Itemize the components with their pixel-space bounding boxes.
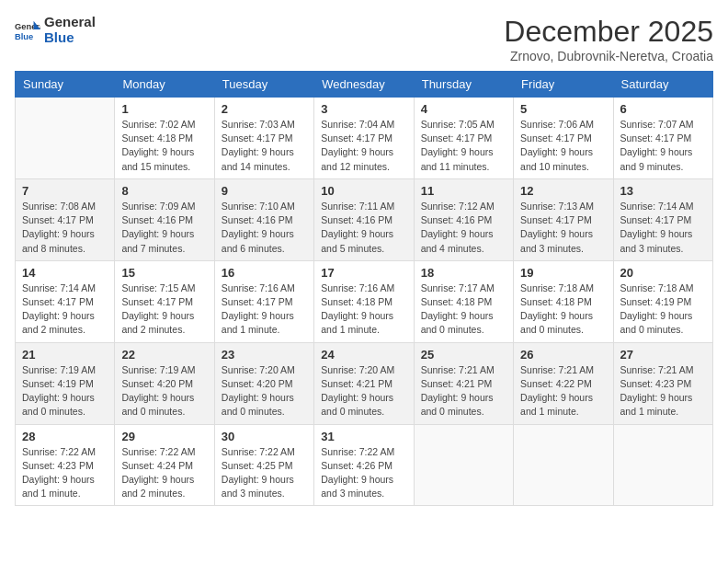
svg-text:Blue: Blue <box>15 32 33 41</box>
calendar-cell: 14Sunrise: 7:14 AMSunset: 4:17 PMDayligh… <box>16 260 115 342</box>
weekday-wednesday: Wednesday <box>314 72 414 98</box>
day-info: Sunrise: 7:19 AMSunset: 4:19 PMDaylight:… <box>22 363 108 419</box>
calendar-cell: 12Sunrise: 7:13 AMSunset: 4:17 PMDayligh… <box>514 178 613 260</box>
calendar-cell <box>16 98 115 179</box>
day-number: 17 <box>321 266 406 280</box>
day-number: 26 <box>520 348 606 362</box>
logo-blue: Blue <box>44 30 96 46</box>
day-info: Sunrise: 7:19 AMSunset: 4:20 PMDaylight:… <box>121 363 207 419</box>
calendar-cell: 26Sunrise: 7:21 AMSunset: 4:22 PMDayligh… <box>514 342 613 424</box>
day-number: 13 <box>620 184 706 198</box>
calendar-header: SundayMondayTuesdayWednesdayThursdayFrid… <box>16 72 713 98</box>
day-number: 12 <box>520 184 606 198</box>
weekday-header-row: SundayMondayTuesdayWednesdayThursdayFrid… <box>16 72 713 98</box>
calendar-cell: 16Sunrise: 7:16 AMSunset: 4:17 PMDayligh… <box>214 260 313 342</box>
week-row-2: 7Sunrise: 7:08 AMSunset: 4:17 PMDaylight… <box>16 178 713 260</box>
calendar-cell: 23Sunrise: 7:20 AMSunset: 4:20 PMDayligh… <box>214 342 313 424</box>
day-info: Sunrise: 7:15 AMSunset: 4:17 PMDaylight:… <box>121 282 207 338</box>
weekday-monday: Monday <box>115 72 214 98</box>
calendar-cell: 30Sunrise: 7:22 AMSunset: 4:25 PMDayligh… <box>214 424 313 506</box>
calendar-cell <box>414 424 513 506</box>
day-info: Sunrise: 7:21 AMSunset: 4:23 PMDaylight:… <box>620 363 706 419</box>
calendar-cell: 5Sunrise: 7:06 AMSunset: 4:17 PMDaylight… <box>514 98 613 179</box>
calendar-cell: 20Sunrise: 7:18 AMSunset: 4:19 PMDayligh… <box>613 260 712 342</box>
day-number: 20 <box>620 266 706 280</box>
calendar-cell: 3Sunrise: 7:04 AMSunset: 4:17 PMDaylight… <box>314 98 414 179</box>
calendar-cell: 24Sunrise: 7:20 AMSunset: 4:21 PMDayligh… <box>314 342 414 424</box>
day-info: Sunrise: 7:02 AMSunset: 4:18 PMDaylight:… <box>121 118 207 174</box>
day-number: 3 <box>321 102 406 116</box>
calendar-cell: 28Sunrise: 7:22 AMSunset: 4:23 PMDayligh… <box>16 424 115 506</box>
day-number: 27 <box>620 348 706 362</box>
calendar-cell: 31Sunrise: 7:22 AMSunset: 4:26 PMDayligh… <box>314 424 414 506</box>
day-number: 9 <box>222 184 307 198</box>
week-row-3: 14Sunrise: 7:14 AMSunset: 4:17 PMDayligh… <box>16 260 713 342</box>
calendar-cell: 15Sunrise: 7:15 AMSunset: 4:17 PMDayligh… <box>115 260 214 342</box>
day-number: 24 <box>321 348 406 362</box>
day-info: Sunrise: 7:22 AMSunset: 4:23 PMDaylight:… <box>22 445 108 501</box>
calendar-cell: 4Sunrise: 7:05 AMSunset: 4:17 PMDaylight… <box>414 98 513 179</box>
day-info: Sunrise: 7:21 AMSunset: 4:22 PMDaylight:… <box>520 363 606 419</box>
day-info: Sunrise: 7:09 AMSunset: 4:16 PMDaylight:… <box>121 200 207 256</box>
calendar-table: SundayMondayTuesdayWednesdayThursdayFrid… <box>15 71 713 506</box>
calendar-cell: 2Sunrise: 7:03 AMSunset: 4:17 PMDaylight… <box>214 98 313 179</box>
calendar-cell: 19Sunrise: 7:18 AMSunset: 4:18 PMDayligh… <box>514 260 613 342</box>
logo-icon: General Blue <box>15 17 40 43</box>
day-info: Sunrise: 7:04 AMSunset: 4:17 PMDaylight:… <box>321 118 406 174</box>
day-number: 10 <box>321 184 406 198</box>
day-number: 21 <box>22 348 108 362</box>
weekday-sunday: Sunday <box>16 72 115 98</box>
day-info: Sunrise: 7:22 AMSunset: 4:26 PMDaylight:… <box>321 445 406 501</box>
day-number: 14 <box>22 266 108 280</box>
day-info: Sunrise: 7:08 AMSunset: 4:17 PMDaylight:… <box>22 200 108 256</box>
calendar-cell: 6Sunrise: 7:07 AMSunset: 4:17 PMDaylight… <box>613 98 712 179</box>
day-number: 8 <box>121 184 207 198</box>
day-info: Sunrise: 7:14 AMSunset: 4:17 PMDaylight:… <box>22 282 108 338</box>
calendar-cell: 29Sunrise: 7:22 AMSunset: 4:24 PMDayligh… <box>115 424 214 506</box>
day-number: 28 <box>22 430 108 443</box>
day-number: 11 <box>421 184 506 198</box>
title-block: December 2025 Zrnovo, Dubrovnik-Neretva,… <box>504 15 713 63</box>
day-info: Sunrise: 7:22 AMSunset: 4:24 PMDaylight:… <box>121 445 207 501</box>
day-number: 30 <box>222 430 307 443</box>
weekday-friday: Friday <box>514 72 613 98</box>
day-info: Sunrise: 7:10 AMSunset: 4:16 PMDaylight:… <box>222 200 307 256</box>
day-info: Sunrise: 7:13 AMSunset: 4:17 PMDaylight:… <box>520 200 606 256</box>
day-number: 31 <box>321 430 406 443</box>
calendar-cell <box>613 424 712 506</box>
logo-general: General <box>44 15 96 30</box>
logo: General Blue General Blue <box>15 15 96 45</box>
day-number: 16 <box>222 266 307 280</box>
day-number: 18 <box>421 266 506 280</box>
calendar-cell: 8Sunrise: 7:09 AMSunset: 4:16 PMDaylight… <box>115 178 214 260</box>
day-number: 19 <box>520 266 606 280</box>
day-number: 6 <box>620 102 706 116</box>
page-header: General Blue General Blue December 2025 … <box>15 15 713 63</box>
week-row-5: 28Sunrise: 7:22 AMSunset: 4:23 PMDayligh… <box>16 424 713 506</box>
calendar-cell: 17Sunrise: 7:16 AMSunset: 4:18 PMDayligh… <box>314 260 414 342</box>
day-number: 25 <box>421 348 506 362</box>
day-number: 2 <box>222 102 307 116</box>
day-info: Sunrise: 7:16 AMSunset: 4:17 PMDaylight:… <box>222 282 307 338</box>
day-info: Sunrise: 7:12 AMSunset: 4:16 PMDaylight:… <box>421 200 506 256</box>
day-number: 1 <box>121 102 207 116</box>
calendar-cell: 13Sunrise: 7:14 AMSunset: 4:17 PMDayligh… <box>613 178 712 260</box>
day-info: Sunrise: 7:11 AMSunset: 4:16 PMDaylight:… <box>321 200 406 256</box>
week-row-1: 1Sunrise: 7:02 AMSunset: 4:18 PMDaylight… <box>16 98 713 179</box>
calendar-cell: 7Sunrise: 7:08 AMSunset: 4:17 PMDaylight… <box>16 178 115 260</box>
day-info: Sunrise: 7:03 AMSunset: 4:17 PMDaylight:… <box>222 118 307 174</box>
day-info: Sunrise: 7:07 AMSunset: 4:17 PMDaylight:… <box>620 118 706 174</box>
weekday-saturday: Saturday <box>613 72 712 98</box>
day-info: Sunrise: 7:20 AMSunset: 4:21 PMDaylight:… <box>321 363 406 419</box>
day-info: Sunrise: 7:18 AMSunset: 4:19 PMDaylight:… <box>620 282 706 338</box>
day-info: Sunrise: 7:22 AMSunset: 4:25 PMDaylight:… <box>222 445 307 501</box>
day-info: Sunrise: 7:06 AMSunset: 4:17 PMDaylight:… <box>520 118 606 174</box>
calendar-cell: 21Sunrise: 7:19 AMSunset: 4:19 PMDayligh… <box>16 342 115 424</box>
day-info: Sunrise: 7:17 AMSunset: 4:18 PMDaylight:… <box>421 282 506 338</box>
day-number: 22 <box>121 348 207 362</box>
day-info: Sunrise: 7:05 AMSunset: 4:17 PMDaylight:… <box>421 118 506 174</box>
calendar-cell: 1Sunrise: 7:02 AMSunset: 4:18 PMDaylight… <box>115 98 214 179</box>
day-info: Sunrise: 7:16 AMSunset: 4:18 PMDaylight:… <box>321 282 406 338</box>
day-info: Sunrise: 7:20 AMSunset: 4:20 PMDaylight:… <box>222 363 307 419</box>
weekday-tuesday: Tuesday <box>214 72 313 98</box>
